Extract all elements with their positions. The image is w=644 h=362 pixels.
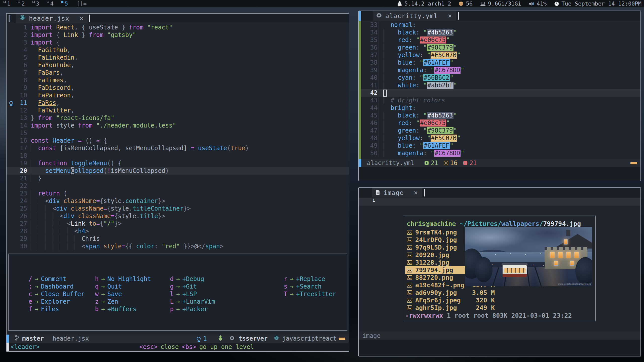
image-tabline: image × — [359, 188, 640, 197]
code-line-27: 27 <Link to={"/"}> — [7, 220, 349, 227]
arrow-right-icon: → — [99, 290, 107, 298]
workspace-4[interactable]: 4 — [47, 1, 54, 7]
git-changed: 16 — [444, 159, 458, 167]
workspace-5[interactable]: 5 — [61, 1, 68, 7]
code-line-12: 12 FaTwitter, — [7, 107, 349, 114]
code-line-43: 43 # Bright colors — [361, 97, 640, 104]
code-line-34: 34 black: "#4b5263" — [361, 29, 640, 36]
code-line-11: 11 FaRss, — [7, 99, 349, 107]
diff-change-icon — [444, 161, 448, 165]
code-line-5: 5 FaLinkedin, — [7, 54, 349, 61]
image-file-icon — [407, 230, 415, 235]
hint-key-bs: <bs> — [182, 343, 196, 350]
file-row[interactable]: ad6v90y.jpg3.05 M — [405, 289, 496, 296]
buffer-line-1[interactable]: 1 — [359, 198, 640, 206]
yaml-tabline: alacritty.yml × — [361, 11, 640, 21]
close-icon[interactable]: × — [80, 15, 84, 22]
workspace-1[interactable]: 1 — [4, 1, 10, 7]
code-line-48: 48 yellow: "#E5C07B" — [361, 134, 640, 142]
lsp-gear-icon — [230, 335, 235, 342]
statusline-text: image — [362, 332, 381, 339]
packages-status: 56 — [459, 1, 473, 7]
git-added-strip — [359, 21, 361, 160]
code-line-2: 2import { Link } from "gatsby" — [7, 31, 349, 39]
which-key-column: d→+Debugg→+Gitl→+LSPL→+LunarVimp→+Packer — [170, 275, 215, 313]
layout-indicator[interactable]: []= — [77, 1, 87, 7]
computer-icon — [480, 1, 486, 6]
arrow-right-icon: → — [287, 275, 296, 283]
code-line-19: 19 function toggleMenu() { — [7, 159, 349, 167]
package-icon — [459, 1, 464, 6]
path-sep2: / — [539, 220, 543, 227]
volume-level: 41% — [537, 1, 547, 7]
yaml-statusline: alacritty.yml 21 16 21 — [359, 159, 640, 167]
code-line-30: 30 <span style={{ color: "red" }}>@</spa… — [7, 243, 349, 250]
code-line-16: 16const Header = () ⇒ { — [7, 137, 349, 144]
workspace-3[interactable]: 3 — [32, 1, 39, 7]
arrow-right-icon: → — [174, 283, 182, 290]
editor-window-yaml: alacritty.yml × 33 normal:34 black: "#4b… — [358, 11, 641, 181]
line-number: 1 — [359, 198, 375, 206]
which-key-binding-b: b→+Buffers — [95, 305, 151, 313]
code-line-10: 10 FaPatreon, — [7, 92, 349, 99]
image-file-icon — [407, 245, 415, 250]
perm-string: -rwxrwxrwx — [405, 312, 443, 319]
code-line-28: 28 <h4> — [7, 227, 349, 235]
file-row[interactable]: AFq5r6j.jpeg320 K — [405, 296, 496, 304]
close-icon[interactable]: × — [414, 189, 418, 196]
file-size: 3.05 M — [472, 289, 495, 296]
preview-watermark: www.DesktopBackground.org — [557, 283, 591, 285]
left-statusline: master header.jsx 1 tsserver javascriptr… — [7, 335, 349, 343]
code-line-40: 40 cyan: "#56B6C2" — [361, 74, 640, 82]
code-line-6: 6 FaYoutube, — [7, 61, 349, 69]
code-line-36: 36 green: "#98C379" — [361, 44, 640, 51]
lightbulb-icon[interactable] — [9, 101, 13, 105]
tabline-caret — [424, 189, 425, 196]
image-file-icon — [407, 275, 415, 280]
image-file-icon — [407, 298, 415, 303]
code-line-7: 7 FaBars, — [7, 69, 349, 76]
image-file-icon — [407, 253, 415, 257]
tabline-caret — [458, 12, 459, 20]
workspace-indicator-square — [32, 1, 35, 3]
git-branch-name: master — [22, 335, 44, 342]
file-row[interactable]: aghr5Ip.jpg249 K — [405, 304, 496, 311]
terminal-path-header: chris@machine ~/Pictures/wallpapers/7997… — [403, 216, 595, 228]
perm-details: 1 root root 803K 2021-03-01 23:22 — [443, 312, 572, 319]
arrow-right-icon: → — [32, 283, 41, 290]
code-line-41: 41 white: "#abb2bf" — [361, 82, 640, 89]
file-name: a19c482f~.png — [415, 281, 472, 289]
code-line-13: 13} from "react-icons/fa" — [7, 114, 349, 122]
below-statusline-area — [359, 340, 640, 356]
path-prefix: ~/ — [460, 220, 467, 227]
host: chris@machine — [407, 220, 456, 227]
path-sep: / — [498, 220, 501, 227]
workspace-indicator-square — [4, 1, 6, 3]
tab-image[interactable]: image × — [372, 188, 422, 197]
which-key-binding-/: /→Comment — [28, 275, 85, 283]
yaml-code-area[interactable]: 33 normal:34 black: "#4b5263"35 red: "#e… — [361, 21, 640, 157]
wallpaper-preview-image: www.DesktopBackground.org — [465, 227, 592, 286]
scrollbar-marker[interactable] — [630, 162, 637, 164]
which-key-popup: /→Comment;→Dashboardc→Close Buffere→Expl… — [8, 254, 347, 331]
workspace-switcher: 12345 — [4, 1, 68, 7]
code-line-9: 9 FaDiscord, — [7, 84, 349, 92]
which-key-binding-;: ;→Dashboard — [28, 283, 85, 290]
workspace-2[interactable]: 2 — [18, 1, 25, 7]
scrollbar-thumb[interactable] — [359, 11, 361, 21]
code-line-39: 39 magenta: "#C678DD" — [361, 66, 640, 74]
scrollbar-marker[interactable] — [339, 338, 345, 340]
changed-count: 16 — [450, 159, 458, 167]
diff-remove-icon — [463, 161, 468, 165]
close-icon[interactable]: × — [448, 12, 452, 20]
code-line-21: 21 } — [7, 175, 349, 182]
code-line-24: 24 <div className={style.container}> — [7, 197, 349, 205]
left-code-area[interactable]: 1import React, { useState } from "react"… — [7, 23, 349, 250]
tabline-caret — [89, 15, 90, 22]
terminal-popup: chris@machine ~/Pictures/wallpapers/7997… — [403, 216, 596, 321]
file-size: 249 K — [476, 304, 495, 311]
system-status: 5.14.2-arch1-2 56 9.6Gi/31Gi 41% Tue Sep… — [397, 1, 641, 7]
removed-count: 21 — [470, 159, 477, 167]
tab-alacritty-yml[interactable]: alacritty.yml × — [373, 11, 456, 21]
tab-header-jsx[interactable]: header.jsx × — [16, 14, 88, 23]
